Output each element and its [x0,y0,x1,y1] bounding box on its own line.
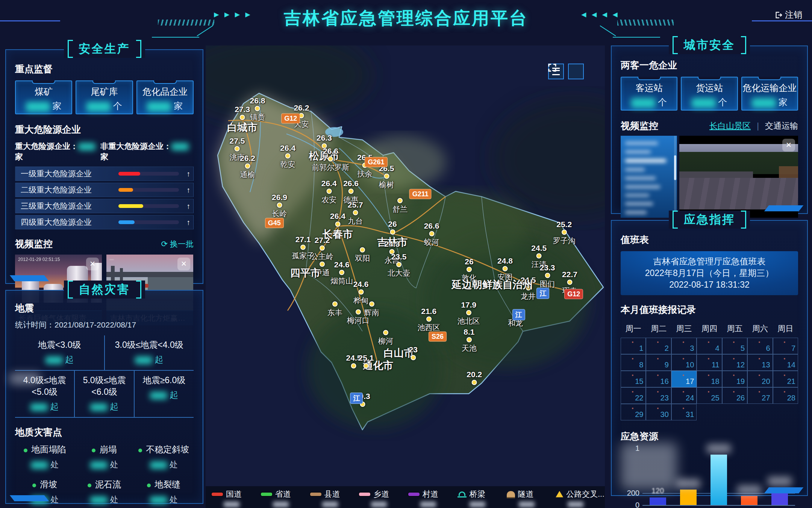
legend-label: 公路交叉... [566,489,604,499]
close-icon[interactable]: ✕ [782,139,795,152]
fullscreen-icon [548,64,556,72]
bracket-right [741,211,746,229]
corner-accent [10,275,49,281]
bracket-right [136,281,141,299]
close-icon[interactable]: ✕ [86,258,99,270]
calendar-day[interactable]: 19 [722,371,747,387]
calendar-day[interactable]: 24 [671,387,697,404]
city-cards: 客运站 个货运站 个危化运输企业 家 [621,77,798,111]
calendar-day[interactable]: 23 [646,387,671,404]
camera-list-item[interactable] [625,185,660,188]
legend-item[interactable]: 村道 [408,489,458,508]
calendar-day[interactable]: 12 [722,354,747,371]
stat-card: 客运站 个 [621,77,677,111]
camera-list-item[interactable] [625,194,649,197]
scrollbar-thumb[interactable] [674,155,676,180]
legend-item[interactable]: 国道 [212,489,261,508]
hazard-level-row: 一级重大危险源企业↑ [15,167,194,181]
section-heading: 值班表 [621,234,798,246]
calendar-day[interactable]: 22 [621,387,646,404]
page-title: 吉林省应急管理综合应用平台 [284,7,528,30]
calendar-day[interactable]: 3 [671,338,697,354]
geo-item: 崩塌 处 [74,444,134,470]
calendar-day[interactable]: 13 [747,354,773,371]
fullscreen-button[interactable] [568,64,584,79]
geo-item: 地裂缝 处 [134,479,194,505]
y-tick-0: 0 [635,501,642,508]
camera-list-item[interactable] [625,150,651,153]
panel-title-text: 自然灾害 [73,282,136,297]
scrollbar[interactable] [674,136,676,218]
camera-list-item[interactable] [625,142,658,145]
calendar-day[interactable]: 29 [621,404,646,420]
legend-item[interactable]: 县道 [310,489,359,508]
resource-bar-slot [673,448,703,505]
hazard-level-fill [118,188,133,192]
legend-item[interactable]: 公路交叉... [556,489,605,508]
legend-swatch [261,493,272,496]
resource-bar-slot [765,448,795,505]
calendar-day[interactable]: 31 [671,404,697,420]
legend-item[interactable]: 桥梁 [458,489,507,508]
calendar-day[interactable]: 16 [646,371,671,387]
up-arrow-icon: ↑ [183,218,193,227]
resource-bar-slot: 120 [642,448,673,505]
camera-list-item[interactable] [625,211,647,214]
tab-transport[interactable]: 交通运输 [765,121,798,130]
panel-natural-disaster: 自然灾害 地震 统计时间：2021/08/17-2022/08/17 地震<3.… [5,290,203,504]
camera-list[interactable] [621,136,677,218]
calendar-day[interactable]: 4 [697,338,722,354]
geo-item: 滑坡 处 [15,479,74,505]
calendar-day[interactable]: 26 [722,387,747,404]
logout-button[interactable]: 注销 [774,9,802,21]
calendar-day[interactable]: 10 [671,354,697,371]
calendar-day[interactable]: 11 [697,354,722,371]
stat-card-label: 煤矿 [16,86,71,98]
province-map[interactable]: 26.8镇赉27.3白城市27.5洮南26.2大安26.2通榆26.4乾安26.… [206,45,605,508]
refresh-batch-button[interactable]: ⟳ 换一批 [161,239,194,249]
edge-line [0,20,60,21]
tab-changbaishan[interactable]: 长白山景区 [709,121,751,130]
calendar-day[interactable]: 28 [773,387,798,404]
calendar-day[interactable]: 14 [773,354,798,371]
calendar-day[interactable]: 27 [747,387,773,404]
road-badge: 江 [512,309,525,320]
resource-bar [741,496,757,505]
major-hazard-count: 重大危险源企业：家 [15,141,100,162]
logout-label: 注销 [785,9,802,21]
calendar-day[interactable]: 7 [773,338,798,354]
stat-card-value: 家 [16,100,71,112]
legend-item[interactable]: 隧道 [507,489,556,508]
calendar-day[interactable]: 8 [621,354,646,371]
calendar-day[interactable]: 25 [697,387,722,404]
shed-roof [148,277,193,290]
camera-list-item[interactable] [625,159,666,163]
panel-title-text: 城市安全 [678,37,741,53]
calendar-day[interactable]: 15 [621,371,646,387]
duty-schedule-card: 吉林省应急管理厅应急值班表 2022年8月17日（今日，星期三） 2022-08… [621,251,798,295]
camera-list-item[interactable] [625,177,656,180]
camera-list-item[interactable] [625,202,653,205]
stat-card-value: 个 [621,96,677,108]
pipe-rack [106,272,193,277]
map-legend: 国道省道县道乡道村道桥梁隧道公路交叉... [206,486,605,508]
calendar-day[interactable]: 5 [722,338,747,354]
calendar-day[interactable]: 17 [671,371,697,387]
legend-item[interactable]: 乡道 [359,489,408,508]
legend-item[interactable]: 省道 [261,489,310,508]
camera-list-item[interactable] [625,168,645,171]
calendar-day[interactable]: 21 [773,371,798,387]
calendar-day[interactable]: 30 [646,404,671,420]
calendar-day[interactable]: 20 [747,371,773,387]
weekday-label: 周二 [646,321,671,336]
close-icon[interactable]: ✕ [177,258,190,270]
legend-label: 国道 [226,489,242,499]
calendar-day[interactable]: 6 [747,338,773,354]
calendar-day[interactable]: 9 [646,354,671,371]
calendar-day[interactable]: 2 [646,338,671,354]
calendar-day[interactable]: 18 [697,371,722,387]
y-tick-200: 200 [627,489,642,497]
calendar-day[interactable]: 1 [621,338,646,354]
geo-item-label: 不稳定斜坡 [134,444,194,455]
video-frame-forest-yard [679,144,798,209]
